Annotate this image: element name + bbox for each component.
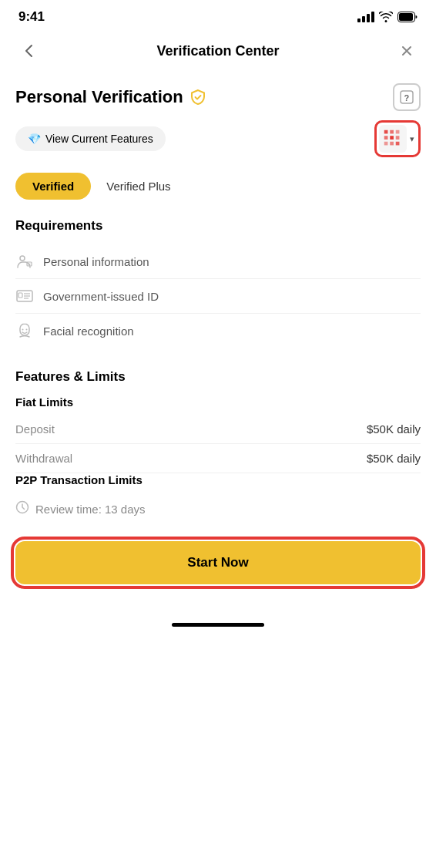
profile-dropdown[interactable]: ▾ [374, 120, 421, 157]
close-button[interactable] [393, 37, 421, 65]
tab-verified[interactable]: Verified [15, 173, 91, 200]
svg-rect-9 [396, 136, 400, 140]
battery-icon [397, 12, 418, 22]
personal-info-icon [15, 252, 34, 271]
page-title: Personal Verification [15, 87, 183, 107]
svg-rect-12 [396, 142, 400, 146]
svg-rect-1 [399, 13, 413, 21]
requirements-section: Requirements Personal information [15, 218, 421, 348]
back-button[interactable] [15, 37, 43, 65]
tabs-row: Verified Verified Plus [15, 173, 421, 200]
features-row: 💎 View Current Features ▾ [15, 120, 421, 157]
requirements-title: Requirements [15, 218, 421, 234]
help-button[interactable]: ? [393, 83, 421, 111]
p2p-section: P2P Transaction Limits Review time: 13 d… [15, 473, 421, 526]
title-row: Personal Verification [15, 87, 206, 107]
view-features-button[interactable]: 💎 View Current Features [15, 126, 166, 151]
svg-rect-7 [384, 136, 388, 140]
svg-rect-5 [390, 130, 394, 134]
clock-icon [15, 500, 29, 518]
svg-rect-4 [384, 130, 388, 134]
svg-point-22 [22, 329, 24, 331]
dropdown-arrow-icon: ▾ [410, 134, 416, 144]
nav-bar: Verification Center [0, 31, 436, 76]
deposit-label: Deposit [15, 422, 55, 436]
tab-verified-plus[interactable]: Verified Plus [103, 173, 173, 200]
facial-icon [15, 321, 34, 340]
features-title: Features & Limits [15, 369, 421, 385]
start-now-button[interactable]: Start Now [15, 541, 421, 584]
req-label-facial: Facial recognition [43, 325, 134, 338]
req-item-facial: Facial recognition [15, 314, 421, 348]
status-time: 9:41 [18, 9, 45, 25]
shield-icon [189, 89, 206, 106]
svg-rect-10 [384, 142, 388, 146]
p2p-review-label: Review time: 13 days [35, 503, 146, 516]
start-now-wrap: Start Now [15, 541, 421, 584]
withdrawal-value: $50K daily [367, 452, 421, 465]
home-indicator [0, 615, 436, 638]
svg-point-23 [26, 329, 28, 331]
status-icons [357, 12, 418, 22]
id-icon [15, 287, 34, 305]
diamond-icon: 💎 [28, 133, 41, 145]
svg-rect-18 [18, 293, 22, 298]
home-bar [172, 623, 264, 627]
avatar [379, 125, 407, 153]
deposit-row: Deposit $50K daily [15, 415, 421, 444]
svg-point-13 [20, 256, 25, 261]
main-content: Personal Verification ? 💎 View Current F… [0, 76, 436, 615]
svg-rect-8 [390, 136, 394, 140]
status-bar: 9:41 [0, 0, 436, 31]
svg-rect-11 [390, 142, 394, 146]
svg-text:?: ? [404, 93, 410, 103]
withdrawal-label: Withdrawal [15, 452, 72, 465]
view-features-label: View Current Features [45, 133, 153, 145]
nav-title: Verification Center [156, 43, 279, 59]
req-label-personal: Personal information [43, 255, 149, 268]
svg-rect-6 [396, 130, 400, 134]
features-section: Features & Limits Fiat Limits Deposit $5… [15, 369, 421, 526]
withdrawal-row: Withdrawal $50K daily [15, 444, 421, 473]
req-label-id: Government-issued ID [43, 290, 159, 303]
fiat-limits: Fiat Limits Deposit $50K daily Withdrawa… [15, 395, 421, 473]
section-header: Personal Verification ? [15, 83, 421, 111]
deposit-value: $50K daily [367, 422, 421, 436]
p2p-review-row: Review time: 13 days [15, 493, 421, 526]
wifi-icon [379, 12, 393, 22]
req-item-id: Government-issued ID [15, 279, 421, 314]
p2p-title: P2P Transaction Limits [15, 473, 421, 486]
fiat-limits-title: Fiat Limits [15, 395, 421, 409]
req-item-personal: Personal information [15, 244, 421, 279]
signal-icon [357, 12, 374, 22]
